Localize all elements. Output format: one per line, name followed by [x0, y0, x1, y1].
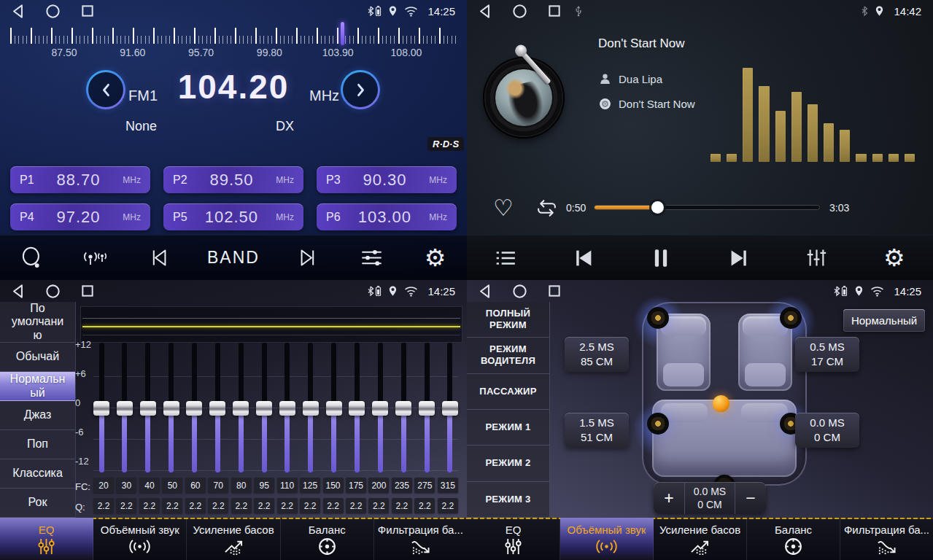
- q-value-chip[interactable]: 2.2: [139, 498, 160, 513]
- eq-band-slider[interactable]: [163, 346, 179, 471]
- eq-preset-item[interactable]: Обычай: [0, 343, 75, 372]
- slider-thumb[interactable]: [372, 401, 388, 416]
- eq-band-slider[interactable]: [117, 346, 133, 471]
- listening-mode-item[interactable]: РЕЖИМ ВОДИТЕЛЯ: [467, 338, 549, 373]
- fc-value-chip[interactable]: 80: [231, 478, 252, 493]
- q-value-chip[interactable]: 2.2: [392, 498, 412, 513]
- equalizer-icon[interactable]: [802, 247, 831, 268]
- rear-left-speaker-icon[interactable]: [647, 413, 669, 435]
- preset-button[interactable]: P6103.00MHz: [317, 203, 457, 230]
- front-left-delay-button[interactable]: 2.5 MS 85 CM: [565, 337, 629, 372]
- q-value-chip[interactable]: 2.2: [277, 498, 298, 513]
- fc-value-chip[interactable]: 95: [254, 478, 274, 493]
- tune-up-button[interactable]: [341, 70, 380, 109]
- eq-preset-item[interactable]: Рок: [0, 489, 75, 518]
- normal-preset-button[interactable]: Нормальный: [843, 309, 925, 332]
- eq-band-slider[interactable]: [442, 346, 458, 471]
- decrease-delay-button[interactable]: −: [735, 482, 766, 514]
- preset-button[interactable]: P497.20MHz: [10, 203, 150, 230]
- album-art[interactable]: [484, 58, 563, 137]
- listening-mode-item[interactable]: ПАССАЖИР: [467, 374, 549, 410]
- settings-gear-icon[interactable]: ⚙: [880, 246, 909, 270]
- home-icon[interactable]: [46, 4, 60, 18]
- recents-icon[interactable]: [82, 5, 93, 17]
- eq-band-slider[interactable]: [279, 346, 295, 471]
- front-right-delay-button[interactable]: 0.5 MS 17 CM: [795, 337, 859, 372]
- slider-thumb[interactable]: [233, 401, 249, 416]
- seek-previous-icon[interactable]: [144, 248, 173, 268]
- tab-surround[interactable]: Объёмный звук: [560, 518, 654, 560]
- slider-thumb[interactable]: [256, 401, 272, 416]
- broadcast-icon[interactable]: [80, 247, 109, 269]
- seek-next-icon[interactable]: [294, 248, 323, 268]
- eq-band-slider[interactable]: [233, 346, 249, 471]
- eq-band-slider[interactable]: [140, 346, 156, 471]
- tab-balance[interactable]: Баланс: [747, 518, 840, 560]
- fc-value-chip[interactable]: 235: [392, 478, 412, 493]
- front-left-speaker-icon[interactable]: [647, 307, 669, 329]
- back-icon[interactable]: [479, 4, 491, 18]
- eq-band-slider[interactable]: [395, 346, 411, 471]
- slider-thumb[interactable]: [303, 401, 319, 416]
- eq-band-slider[interactable]: [372, 346, 388, 471]
- back-icon[interactable]: [479, 284, 491, 298]
- playlist-icon[interactable]: [491, 249, 520, 267]
- settings-gear-icon[interactable]: ⚙: [420, 246, 449, 270]
- repeat-icon[interactable]: [535, 199, 558, 217]
- listening-mode-item[interactable]: ПОЛНЫЙ РЕЖИМ: [467, 302, 549, 338]
- home-icon[interactable]: [513, 4, 527, 18]
- eq-band-slider[interactable]: [256, 346, 272, 471]
- recents-icon[interactable]: [549, 5, 560, 17]
- fc-value-chip[interactable]: 70: [208, 478, 228, 493]
- band-button[interactable]: BAND: [207, 248, 260, 268]
- eq-band-slider[interactable]: [209, 346, 225, 471]
- q-value-chip[interactable]: 2.2: [323, 498, 344, 513]
- fc-value-chip[interactable]: 150: [323, 478, 344, 493]
- fc-value-chip[interactable]: 30: [116, 478, 136, 493]
- fc-value-chip[interactable]: 110: [277, 478, 298, 493]
- back-icon[interactable]: [12, 284, 24, 298]
- q-value-chip[interactable]: 2.2: [346, 498, 366, 513]
- tuner-settings-icon[interactable]: [357, 247, 387, 268]
- preset-button[interactable]: P5102.50MHz: [163, 203, 303, 230]
- increase-delay-button[interactable]: +: [654, 482, 684, 514]
- tune-down-button[interactable]: [86, 70, 125, 109]
- fc-value-chip[interactable]: 125: [300, 478, 320, 493]
- eq-preset-item[interactable]: Поп: [0, 430, 75, 459]
- next-track-icon[interactable]: [724, 249, 754, 268]
- listening-mode-item[interactable]: РЕЖИМ 3: [467, 482, 549, 518]
- preset-button[interactable]: P188.70MHz: [10, 166, 150, 193]
- eq-band-slider[interactable]: [326, 346, 342, 471]
- tab-eq[interactable]: EQ: [0, 518, 93, 560]
- tab-balance[interactable]: Баланс: [281, 518, 374, 560]
- slider-thumb[interactable]: [163, 401, 179, 416]
- fc-value-chip[interactable]: 275: [414, 478, 435, 493]
- eq-preset-item[interactable]: Классика: [0, 459, 75, 489]
- listening-mode-item[interactable]: РЕЖИМ 1: [467, 410, 549, 446]
- q-value-chip[interactable]: 2.2: [162, 498, 182, 513]
- tab-surround[interactable]: Объёмный звук: [93, 518, 187, 560]
- fc-value-chip[interactable]: 20: [93, 478, 114, 493]
- preset-button[interactable]: P289.50MHz: [163, 166, 303, 193]
- fc-value-chip[interactable]: 315: [438, 478, 458, 493]
- favorite-icon[interactable]: ♡: [493, 195, 514, 221]
- recents-icon[interactable]: [549, 285, 560, 297]
- fc-value-chip[interactable]: 175: [346, 478, 366, 493]
- tab-bass-boost[interactable]: Усиление басов: [654, 518, 747, 560]
- q-value-chip[interactable]: 2.2: [300, 498, 320, 513]
- q-value-chip[interactable]: 2.2: [254, 498, 274, 513]
- q-value-chip[interactable]: 2.2: [438, 498, 458, 513]
- slider-thumb[interactable]: [93, 401, 109, 416]
- eq-band-slider[interactable]: [93, 346, 109, 471]
- frequency-scale-ticks[interactable]: [10, 28, 457, 44]
- previous-track-icon[interactable]: [569, 249, 598, 268]
- eq-band-slider[interactable]: [186, 346, 202, 471]
- slider-thumb[interactable]: [209, 401, 225, 416]
- slider-thumb[interactable]: [140, 401, 156, 416]
- fc-value-chip[interactable]: 200: [368, 478, 389, 493]
- listening-position-marker[interactable]: [713, 395, 729, 412]
- rear-left-delay-button[interactable]: 1.5 MS 51 CM: [565, 413, 629, 448]
- q-value-chip[interactable]: 2.2: [116, 498, 136, 513]
- slider-thumb[interactable]: [349, 401, 365, 416]
- tab-eq[interactable]: EQ: [467, 518, 560, 560]
